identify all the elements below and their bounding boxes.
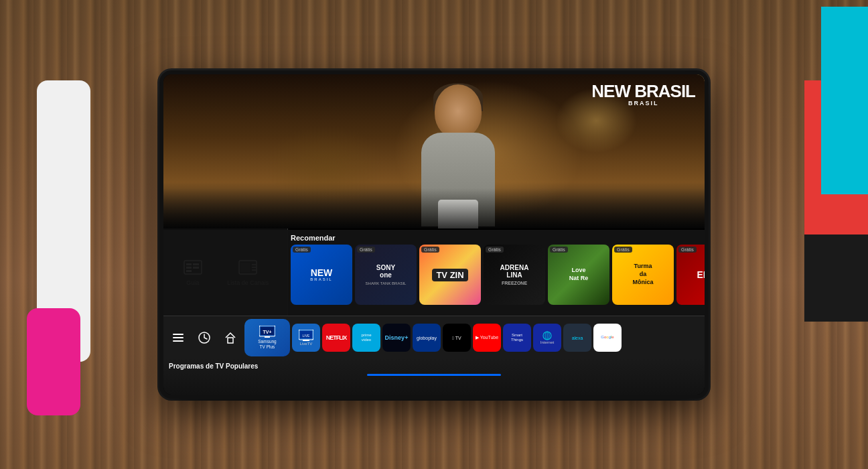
gratis-badge-adrena: Grátis: [486, 247, 504, 253]
gratis-badge-turma: Grátis: [614, 247, 632, 253]
menu-button[interactable]: [166, 322, 190, 354]
recent-icon: [198, 331, 211, 344]
adrena-text: ADRENALINAFREEZONE: [500, 264, 529, 286]
channel-card-emc[interactable]: Grátis EMC: [676, 245, 705, 305]
apple-logo:  TV: [452, 336, 461, 340]
sony-logo-text: SONYone: [376, 264, 395, 279]
love-nature-text: LoveNat Re: [569, 267, 589, 282]
person-head: [435, 84, 482, 138]
svg-rect-12: [228, 338, 233, 343]
svg-text:TV+: TV+: [263, 330, 271, 334]
hero-gradient-overlay: [163, 188, 705, 228]
shark-tank-text: SHARK TANK BRASIL: [366, 281, 407, 285]
gratis-badge-sony: Grátis: [357, 247, 375, 253]
samsung-tvplus-icon: TV+: [259, 326, 275, 338]
adrena-logo-container: ADRENALINAFREEZONE: [484, 245, 545, 305]
hero-area: NEW BRASIL BRASIL: [163, 74, 705, 228]
hamburger-icon: [173, 334, 184, 342]
internet-logo-container: Internet: [540, 331, 554, 344]
channel-card-turma-monica[interactable]: Grátis TurmadaMônica: [612, 245, 674, 305]
decorative-strip-black: [804, 234, 868, 322]
alexa-logo: alexa: [572, 336, 583, 340]
samsung-tvplus-label: SamsungTV Plus: [258, 339, 276, 350]
youtube-button[interactable]: ▶ YouTube: [473, 324, 501, 352]
decorative-strip-pink: [27, 308, 80, 415]
turma-text: TurmadaMônica: [632, 263, 653, 286]
tv-frame: NEW BRASIL BRASIL Guia: [159, 70, 709, 399]
bottom-section: Programas de TV Populares: [163, 358, 705, 395]
alexa-button[interactable]: alexa: [563, 324, 591, 352]
disney-button[interactable]: Disney+: [382, 324, 411, 352]
channel-card-adrenaline[interactable]: Grátis ADRENALINAFREEZONE: [484, 245, 545, 305]
svg-text:LIVE: LIVE: [303, 334, 311, 338]
recomendar-title: Recomendar: [163, 230, 705, 245]
google-button[interactable]: Google: [593, 324, 622, 352]
globoplay-logo: globoplay: [417, 336, 437, 340]
livetv-label: LiveTV: [300, 342, 313, 346]
internet-label: Internet: [540, 340, 554, 344]
new-brasil-logo-container: NEW BRASIL: [291, 245, 352, 305]
channels-grid: Grátis NEW BRASIL Grátis SONYone SHARK T…: [163, 245, 705, 305]
internet-icon: [541, 331, 553, 340]
channel-logo: NEW BRASIL BRASIL: [591, 82, 695, 107]
emc-logo-container: EMC: [676, 245, 705, 305]
gratis-badge-new-brasil: Grátis: [293, 247, 311, 253]
youtube-logo: ▶ YouTube: [476, 335, 498, 340]
tv-screen: NEW BRASIL BRASIL Guia: [163, 74, 705, 395]
recent-button[interactable]: [192, 322, 216, 354]
internet-button[interactable]: Internet: [533, 324, 561, 352]
svg-rect-16: [265, 336, 270, 338]
channel-card-sony-one[interactable]: Grátis SONYone SHARK TANK BRASIL: [355, 245, 417, 305]
channel-card-love-nature[interactable]: Grátis LoveNat Re: [548, 245, 609, 305]
disney-logo: Disney+: [385, 334, 409, 341]
channel-card-tvzin[interactable]: Grátis TV ZIN: [419, 245, 481, 305]
netflix-button[interactable]: NETFLIX: [322, 324, 350, 352]
app-bar: TV+ SamsungTV Plus LIVE LiveTV: [163, 316, 705, 359]
new-brasil-card-sub: BRASIL: [310, 277, 332, 281]
decorative-strip-blue: [821, 7, 868, 194]
home-button[interactable]: [218, 322, 242, 354]
emc-text: EMC: [697, 269, 705, 280]
gratis-badge-emc: Grátis: [678, 247, 697, 253]
turma-logo-container: TurmadaMônica: [612, 245, 674, 305]
samsung-tvplus-button[interactable]: TV+ SamsungTV Plus: [244, 319, 290, 356]
apple-tv-button[interactable]:  TV: [443, 324, 471, 352]
bottom-section-title: Programas de TV Populares: [169, 362, 699, 370]
new-brasil-card-text: NEW: [311, 268, 333, 277]
scroll-indicator: [367, 374, 501, 376]
svg-rect-20: [303, 340, 309, 341]
smartthings-logo: SmartThings: [511, 333, 523, 342]
channel-card-new-brasil[interactable]: Grátis NEW BRASIL: [291, 245, 352, 305]
globoplay-button[interactable]: globoplay: [413, 324, 441, 352]
livetv-button[interactable]: LIVE LiveTV: [292, 324, 320, 352]
recomendar-section: Recomendar Grátis NEW BRASIL Grátis SONY…: [163, 230, 705, 317]
smartthings-button[interactable]: SmartThings: [503, 324, 531, 352]
google-logo: Google: [601, 335, 613, 340]
gratis-badge-tvzin: Grátis: [421, 247, 439, 253]
love-nature-logo-container: LoveNat Re: [548, 245, 609, 305]
tvzin-logo-container: TV ZIN: [419, 245, 481, 305]
tvzin-logo-text: TV ZIN: [432, 269, 467, 281]
channel-logo-text: NEW BRASIL: [591, 82, 695, 100]
livetv-icon: LIVE: [299, 330, 313, 342]
sony-logo-container: SONYone SHARK TANK BRASIL: [355, 245, 417, 305]
home-icon: [224, 331, 237, 344]
prime-logo: primevideo: [361, 333, 371, 342]
prime-video-button[interactable]: primevideo: [352, 324, 380, 352]
gratis-badge-love-nature: Grátis: [550, 247, 568, 253]
netflix-logo: NETFLIX: [326, 334, 347, 341]
